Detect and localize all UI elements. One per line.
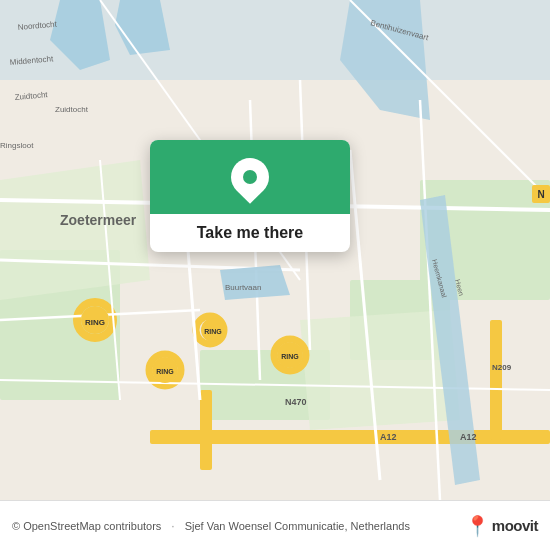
svg-text:RING: RING	[281, 353, 299, 360]
svg-text:Ringsloot: Ringsloot	[0, 141, 34, 150]
footer-bar: © OpenStreetMap contributors · Sjef Van …	[0, 500, 550, 550]
moovit-logo-text: moovit	[492, 517, 538, 534]
copyright-text: © OpenStreetMap contributors	[12, 520, 161, 532]
popup-green-header	[150, 140, 350, 214]
svg-text:N209: N209	[492, 363, 512, 372]
location-name: Sjef Van Woensel Communicatie, Netherlan…	[185, 520, 410, 532]
footer-left: © OpenStreetMap contributors · Sjef Van …	[12, 519, 410, 533]
svg-text:A12: A12	[460, 432, 477, 442]
svg-text:Buurtvaan: Buurtvaan	[225, 283, 261, 292]
location-pin-icon	[228, 158, 272, 202]
svg-text:N470: N470	[285, 397, 307, 407]
svg-text:RING: RING	[85, 318, 105, 327]
svg-text:Zoetermeer: Zoetermeer	[60, 212, 137, 228]
svg-rect-12	[200, 390, 212, 470]
moovit-pin-icon: 📍	[465, 514, 490, 538]
svg-marker-9	[0, 160, 150, 300]
map-container: Zoetermeer N470 A12 A12 N209 Noordtocht …	[0, 0, 550, 500]
svg-text:Zuidtocht: Zuidtocht	[55, 105, 89, 114]
moovit-logo[interactable]: 📍 moovit	[465, 514, 538, 538]
svg-rect-13	[490, 320, 502, 440]
svg-text:A12: A12	[380, 432, 397, 442]
svg-text:RING: RING	[204, 328, 222, 335]
svg-text:RING: RING	[156, 368, 174, 375]
svg-text:N: N	[537, 189, 544, 200]
popup-card: Take me there	[150, 140, 350, 252]
take-me-there-button[interactable]: Take me there	[181, 214, 319, 252]
